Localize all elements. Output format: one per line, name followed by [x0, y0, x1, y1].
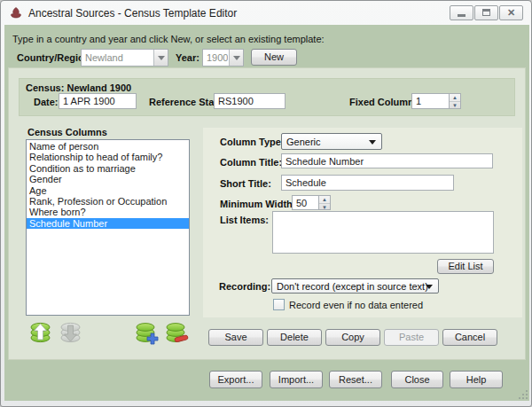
chevron-down-icon[interactable]	[153, 50, 168, 66]
maximize-icon	[482, 9, 490, 16]
reference-start-field[interactable]	[214, 93, 286, 109]
chevron-down-icon[interactable]	[229, 50, 243, 66]
list-item[interactable]: Schedule Number	[27, 218, 189, 229]
year-value: 1900	[207, 52, 228, 63]
list-item[interactable]: Rank, Profession or Occupation	[27, 196, 189, 207]
list-items-label: List Items:	[220, 215, 269, 225]
resize-grip-icon[interactable]	[518, 389, 528, 400]
list-items-box[interactable]	[272, 211, 494, 254]
chevron-down-icon	[369, 140, 376, 148]
list-item[interactable]: Name of person	[27, 141, 189, 152]
close-dialog-button[interactable]: Close	[391, 371, 443, 388]
copy-button[interactable]: Copy	[325, 329, 380, 346]
delete-column-database-icon	[167, 324, 188, 343]
list-item[interactable]: Where born?	[27, 207, 189, 217]
country-region-value: Newland	[85, 52, 123, 63]
list-item[interactable]: Relationship to head of family?	[27, 152, 189, 162]
record-even-if-no-data-checkbox[interactable]	[273, 299, 285, 310]
census-columns-list[interactable]: Name of personRelationship to head of fa…	[26, 139, 190, 316]
list-item[interactable]: Gender	[27, 174, 189, 184]
save-button[interactable]: Save	[208, 329, 263, 346]
fixed-columns-field[interactable]	[411, 93, 450, 109]
new-button[interactable]: New	[251, 49, 297, 66]
spinner-up-icon[interactable]: ▲	[319, 196, 330, 203]
country-region-combobox[interactable]: Newland	[81, 49, 168, 67]
date-label: Date:	[34, 97, 59, 107]
add-column-database-icon	[137, 324, 158, 344]
minimum-width-label: Minimum Width:	[220, 199, 295, 209]
chevron-down-icon	[426, 285, 433, 293]
move-up-icon	[31, 323, 50, 341]
maximize-button[interactable]	[474, 5, 498, 20]
column-title-label: Column Title:	[220, 157, 282, 168]
close-button[interactable]: ✕	[499, 5, 523, 20]
census-columns-title: Census Columns	[27, 127, 107, 137]
short-title-field[interactable]	[281, 175, 454, 191]
minimize-button[interactable]	[450, 5, 473, 20]
column-type-value: Generic	[286, 137, 321, 147]
move-down-icon	[61, 323, 80, 341]
short-title-label: Short Title:	[220, 178, 271, 189]
column-type-label: Column Type:	[220, 137, 285, 147]
reset-button[interactable]: Reset...	[329, 371, 382, 388]
fixed-columns-stepper[interactable]: ▲ ▼	[450, 93, 461, 109]
add-column-button[interactable]	[135, 321, 159, 345]
record-even-if-no-data-label: Record even if no data entered	[289, 300, 423, 310]
app-icon	[9, 6, 23, 20]
paste-button: Paste	[384, 329, 439, 346]
recording-dropdown[interactable]: Don't record (except in source text)	[271, 278, 439, 294]
year-label: Year:	[176, 52, 200, 63]
list-item[interactable]: Age	[27, 185, 189, 196]
edit-list-button[interactable]: Edit List	[437, 259, 494, 274]
census-template-editor-window: Ancestral Sources - Census Template Edit…	[0, 0, 532, 407]
year-combobox[interactable]: 1900	[202, 49, 244, 67]
minimum-width-stepper[interactable]: ▲ ▼	[319, 195, 331, 210]
delete-button[interactable]: Delete	[267, 329, 322, 346]
window-title: Ancestral Sources - Census Template Edit…	[28, 7, 237, 20]
move-column-up-button[interactable]	[28, 321, 52, 345]
minimum-width-field[interactable]	[292, 195, 319, 210]
recording-label: Recording:	[219, 281, 270, 292]
list-item[interactable]: Condition as to marriage	[27, 163, 189, 174]
column-type-dropdown[interactable]: Generic	[281, 133, 382, 150]
help-button[interactable]: Help	[450, 371, 503, 388]
instruction-text: Type in a country and year and click New…	[12, 34, 325, 44]
export-button[interactable]: Export...	[209, 371, 262, 388]
census-group-title: Census: Newland 1900	[26, 82, 131, 93]
date-field[interactable]	[59, 93, 137, 109]
spinner-down-icon[interactable]: ▼	[319, 203, 330, 210]
delete-column-button[interactable]	[165, 321, 189, 345]
import-button[interactable]: Import...	[270, 371, 323, 388]
recording-value: Don't record (except in source text)	[277, 281, 428, 292]
column-title-field[interactable]	[281, 153, 493, 168]
move-column-down-button[interactable]	[59, 321, 82, 345]
cancel-button[interactable]: Cancel	[442, 329, 497, 346]
spinner-up-icon[interactable]: ▲	[450, 94, 460, 101]
minimize-icon	[458, 14, 466, 17]
spinner-down-icon[interactable]: ▼	[450, 101, 460, 108]
close-icon: ✕	[500, 6, 522, 20]
title-bar[interactable]: Ancestral Sources - Census Template Edit…	[1, 1, 531, 25]
